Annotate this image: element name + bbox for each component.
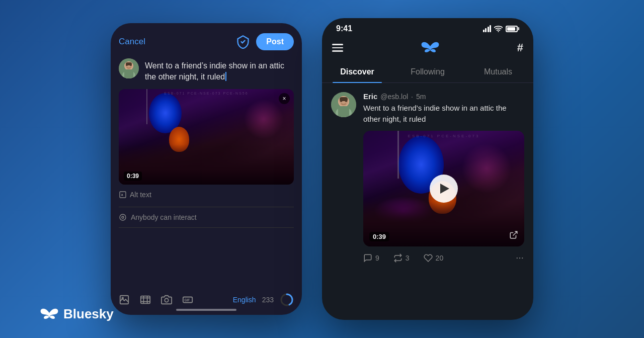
explore-button[interactable]: # <box>517 41 523 54</box>
svg-point-29 <box>517 257 518 258</box>
video-timestamp-right: 0:39 <box>369 232 389 241</box>
svg-point-10 <box>122 216 124 218</box>
compose-toolbar: GIF English 233 <box>119 287 294 307</box>
compose-body: Went to a friend’s indie show in an atti… <box>119 58 294 83</box>
svg-text:GIF: GIF <box>185 298 190 302</box>
svg-point-9 <box>120 214 126 220</box>
media-toolbar-icons: GIF <box>119 294 193 305</box>
video-toolbar-icon[interactable] <box>140 294 151 305</box>
post-button[interactable]: Post <box>256 33 294 50</box>
signal-icon <box>483 25 492 32</box>
tweet-author-avatar[interactable] <box>331 92 356 117</box>
alt-text-row: Alt text <box>119 191 294 199</box>
battery-icon <box>506 26 519 32</box>
share-video-icon[interactable] <box>509 230 518 241</box>
image-toolbar-icon[interactable] <box>119 294 130 305</box>
tweet-content: Eric @esb.lol · 5m Went to a friend’s in… <box>363 92 524 265</box>
app-header: # <box>322 36 533 61</box>
tweet-author-handle: @esb.lol <box>380 93 408 101</box>
play-button[interactable] <box>430 175 458 203</box>
like-count: 20 <box>436 254 444 262</box>
alt-text-icon <box>119 191 127 199</box>
feed-tabs: Discover Following Mutuals <box>322 61 533 83</box>
tweet-text: Went to a friend’s indie show in an atti… <box>363 103 524 125</box>
interact-label[interactable]: Anybody can interact <box>131 213 197 221</box>
bluesky-logo <box>421 40 439 55</box>
svg-rect-27 <box>338 106 349 117</box>
cancel-button[interactable]: Cancel <box>119 37 145 47</box>
close-media-button[interactable]: × <box>279 93 290 104</box>
tweet-video[interactable]: ESB-071 PCE-NSE-073 0:39 <box>363 131 524 246</box>
author-avatar <box>119 58 139 78</box>
brand-name: Bluesky <box>63 306 114 322</box>
compose-text-content[interactable]: Went to a friend’s indie show in an atti… <box>145 58 294 83</box>
repost-icon <box>393 254 403 263</box>
compose-phone: Cancel Post <box>111 23 302 315</box>
comment-action[interactable]: 9 <box>363 254 379 263</box>
menu-button[interactable] <box>332 44 343 52</box>
tweet-card: Eric @esb.lol · 5m Went to a friend’s in… <box>322 85 533 272</box>
status-time: 9:41 <box>336 24 352 33</box>
repost-action[interactable]: 3 <box>393 254 410 263</box>
compose-header: Cancel Post <box>119 33 294 50</box>
more-icon <box>515 254 524 263</box>
like-icon <box>424 254 433 263</box>
comment-count: 9 <box>375 254 379 262</box>
tweet-dot: · <box>411 93 413 101</box>
gif-toolbar-icon[interactable]: GIF <box>182 294 193 305</box>
svg-line-28 <box>513 231 517 235</box>
interact-icon <box>119 213 127 221</box>
wifi-icon <box>494 25 503 32</box>
video-timestamp-left: 0:39 <box>124 172 142 181</box>
media-preview: ESB-071 PCE-NSE-073 PCE-NS56 0:39 × <box>119 89 294 185</box>
home-indicator <box>176 309 236 311</box>
tab-discover[interactable]: Discover <box>322 61 392 82</box>
status-bar: 9:41 <box>322 18 533 36</box>
more-options-button[interactable] <box>515 254 524 263</box>
brand-butterfly-icon <box>40 307 58 322</box>
language-button[interactable]: English <box>233 296 256 304</box>
svg-rect-4 <box>124 69 133 78</box>
tweet-actions: 9 3 2 <box>363 247 524 265</box>
bluesky-brand: Bluesky <box>40 306 114 322</box>
toolbar-right: English 233 <box>233 293 294 307</box>
svg-point-31 <box>522 257 523 258</box>
svg-rect-26 <box>340 97 348 101</box>
svg-rect-7 <box>126 62 132 65</box>
tweet-time: 5m <box>416 93 426 101</box>
tweet-author-name: Eric <box>363 92 377 101</box>
status-icons <box>483 25 520 32</box>
shield-icon[interactable] <box>236 35 250 49</box>
svg-point-19 <box>498 31 499 32</box>
camera-toolbar-icon[interactable] <box>161 294 172 305</box>
interact-settings-row: Anybody can interact <box>119 207 294 228</box>
like-action[interactable]: 20 <box>424 254 444 263</box>
feed-phone: 9:41 <box>322 18 533 320</box>
svg-point-14 <box>165 298 168 302</box>
svg-point-30 <box>519 257 520 258</box>
header-icons: Post <box>236 33 294 50</box>
tab-mutuals[interactable]: Mutuals <box>463 61 533 82</box>
progress-ring <box>280 293 294 307</box>
tweet-meta: Eric @esb.lol · 5m <box>363 92 524 101</box>
comment-icon <box>363 254 372 263</box>
repost-count: 3 <box>406 254 410 262</box>
alt-text-label[interactable]: Alt text <box>130 191 151 199</box>
tab-following[interactable]: Following <box>392 61 463 82</box>
svg-rect-13 <box>141 296 150 304</box>
char-count: 233 <box>262 296 274 304</box>
